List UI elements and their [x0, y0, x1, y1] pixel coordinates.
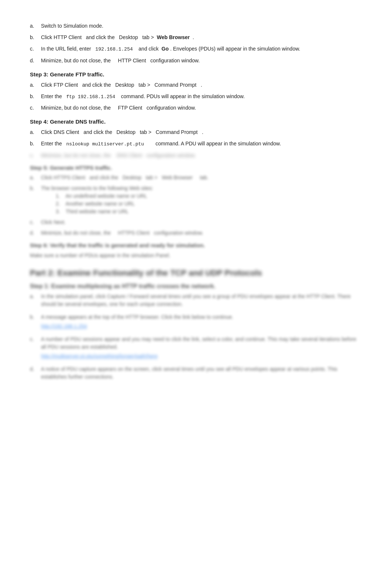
- blurred-link: http://192.168.1.254: [41, 323, 87, 329]
- step3-list: a. Click FTP Client and click the Deskto…: [30, 81, 362, 112]
- list-text: Minimize, but do not close, the HTTP Cli…: [41, 57, 362, 65]
- blurred-step6-heading: Step 6: Verify that the traffic is gener…: [30, 242, 362, 248]
- list-letter: b.: [30, 140, 41, 148]
- list-item: b. Click HTTP Client and click the Deskt…: [30, 34, 362, 41]
- blurred-step5-list: a. Click HTTPS Client and click the Desk…: [30, 174, 362, 237]
- blurred-step5-note: c. Minimize, but do not close, the DNS C…: [30, 152, 362, 159]
- list-letter: c.: [30, 104, 41, 112]
- list-text: Switch to Simulation mode.: [41, 22, 362, 30]
- list-text: Click DNS Client and click the Desktop t…: [41, 128, 362, 136]
- blurred-part-list-item: d. A notice of PDU capture appears on th…: [30, 365, 362, 381]
- list-letter: a.: [30, 128, 41, 136]
- blurred-list-item: a. Click HTTPS Client and click the Desk…: [30, 174, 362, 182]
- list-letter: c.: [30, 45, 41, 53]
- blurred-part-list-item: a. In the simulation panel, click Captur…: [30, 293, 362, 308]
- step4-list: a. Click DNS Client and click the Deskto…: [30, 128, 362, 148]
- list-text: Enter the ftp 192.168.1.254 command. PDU…: [41, 93, 362, 101]
- list-item: c. In the URL field, enter 192.168.1.254…: [30, 45, 362, 53]
- blurred-part-list-item: b. A message appears at the top of the H…: [30, 313, 362, 330]
- list-text: Click HTTP Client and click the Desktop …: [41, 34, 362, 41]
- step3-heading: Step 3: Generate FTP traffic.: [30, 71, 362, 77]
- list-letter: a.: [30, 22, 41, 30]
- list-item: d. Minimize, but do not close, the HTTP …: [30, 57, 362, 65]
- list-letter: a.: [30, 81, 41, 89]
- list-item: a. Click FTP Client and click the Deskto…: [30, 81, 362, 89]
- blurred-step5-heading: Step 5: Generate HTTPS traffic.: [30, 165, 362, 171]
- blurred-link-2: http://multiserver.pt.ptu/something/long…: [41, 353, 158, 359]
- list-item: b. Enter the ftp 192.168.1.254 command. …: [30, 93, 362, 101]
- list-text: Click FTP Client and click the Desktop t…: [41, 81, 362, 89]
- blurred-list-item: b. The browser connects to the following…: [30, 184, 362, 215]
- list-item: c. Minimize, but do not close, the FTP C…: [30, 104, 362, 112]
- blurred-part-heading: Part 2: Examine Functionality of the TCP…: [30, 268, 362, 278]
- main-content: a. Switch to Simulation mode. b. Click H…: [30, 22, 362, 381]
- blurred-list-item: c. Click Next.: [30, 218, 362, 226]
- list-letter: b.: [30, 93, 41, 101]
- blurred-part-list-item: c. A number of PDU sessions appear and y…: [30, 335, 362, 360]
- blurred-part-subheading: Step 1: Examine multiplexing as HTTP tra…: [30, 283, 362, 290]
- list-text: Enter the nslookup multiserver.pt.ptu co…: [41, 140, 362, 148]
- blurred-part-list: a. In the simulation panel, click Captur…: [30, 293, 362, 381]
- list-item: b. Enter the nslookup multiserver.pt.ptu…: [30, 140, 362, 148]
- list-item: a. Switch to Simulation mode.: [30, 22, 362, 30]
- intro-list: a. Switch to Simulation mode. b. Click H…: [30, 22, 362, 65]
- list-text: In the URL field, enter 192.168.1.254 an…: [41, 45, 362, 53]
- list-text: Minimize, but do not close, the FTP Clie…: [41, 104, 362, 112]
- list-item: a. Click DNS Client and click the Deskto…: [30, 128, 362, 136]
- list-letter: d.: [30, 57, 41, 65]
- list-letter: b.: [30, 34, 41, 41]
- step4-heading: Step 4: Generate DNS traffic.: [30, 118, 362, 125]
- blurred-step6-text: Make sure a number of PDUs appear in the…: [30, 251, 362, 259]
- blurred-list-item: d. Minimize, but do not close, the HTTPS…: [30, 229, 362, 237]
